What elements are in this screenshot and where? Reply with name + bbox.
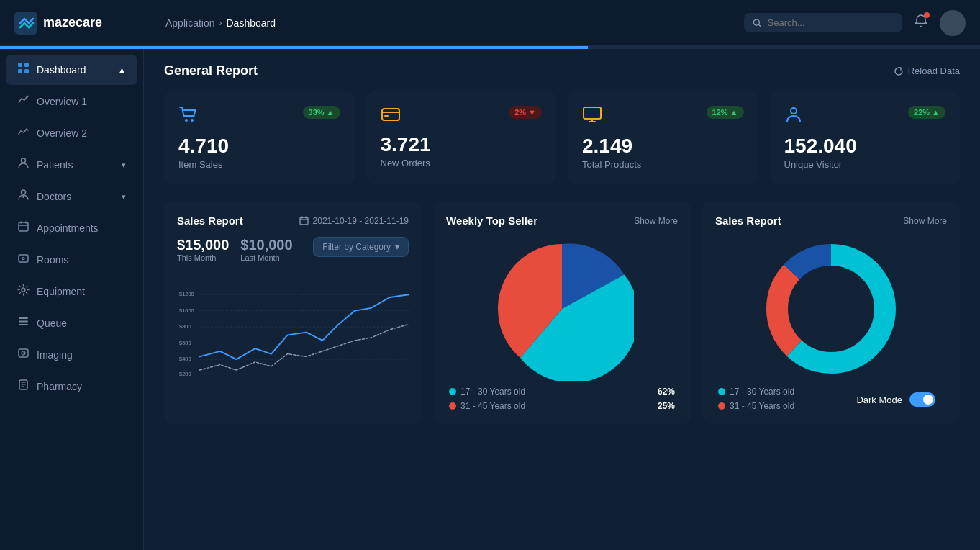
sidebar-item-queue[interactable]: Queue <box>6 308 137 338</box>
legend-dot-red <box>449 402 456 410</box>
doctors-icon <box>17 189 30 204</box>
pie-chart-area: 17 - 30 Years old 62% 31 - 45 Years old … <box>446 237 678 411</box>
last-month-label: Last Month <box>240 253 292 262</box>
toggle-knob <box>923 395 933 405</box>
this-month-value: $15,000 <box>177 237 229 253</box>
sales-report-donut-title: Sales Report <box>715 215 781 227</box>
item-sales-label: Item Sales <box>178 159 340 170</box>
topnav: mazecare Application › Dashboard <box>0 0 980 46</box>
queue-icon <box>17 315 30 331</box>
svg-rect-5 <box>24 69 29 73</box>
svg-rect-17 <box>19 324 28 325</box>
breadcrumb-sep: › <box>219 18 222 28</box>
rooms-icon <box>17 252 30 268</box>
sidebar-item-overview1[interactable]: Overview 1 <box>6 86 137 117</box>
svg-text:$800: $800 <box>179 323 191 330</box>
appointments-icon <box>17 220 30 236</box>
nav-right <box>744 10 966 36</box>
breadcrumb-parent: Application <box>165 17 215 29</box>
unique-visitor-label: Unique Visitor <box>784 159 946 170</box>
svg-text:$200: $200 <box>179 371 191 377</box>
person-icon <box>784 106 803 127</box>
this-month-label: This Month <box>177 253 229 262</box>
sidebar-item-overview2[interactable]: Overview 2 <box>6 118 137 148</box>
svg-point-20 <box>23 353 24 354</box>
item-sales-value: 4.710 <box>178 136 340 156</box>
avatar[interactable] <box>940 10 966 36</box>
unique-visitor-badge: 22% ▲ <box>908 106 945 119</box>
stat-card-item-sales: 33% ▲ 4.710 Item Sales <box>164 91 355 184</box>
svg-rect-25 <box>384 115 389 117</box>
notification-bell-button[interactable] <box>914 14 928 32</box>
sidebar-item-dashboard[interactable]: Dashboard ▲ <box>6 55 137 85</box>
total-products-value: 2.149 <box>582 136 744 156</box>
overview1-icon <box>17 94 30 109</box>
weekly-top-seller-title: Weekly Top Seller <box>446 215 537 227</box>
sidebar-item-doctors[interactable]: Doctors ▾ <box>6 181 137 212</box>
sales-report-header: Sales Report 2021-10-19 - 2021-11-19 <box>177 215 409 227</box>
sidebar-item-overview2-label: Overview 2 <box>37 127 87 139</box>
sidebar-item-equipment-label: Equipment <box>37 286 85 297</box>
sidebar-item-rooms-label: Rooms <box>37 254 68 266</box>
sidebar-item-patients[interactable]: Patients ▾ <box>6 150 137 180</box>
date-range: 2021-10-19 - 2021-11-19 <box>299 216 409 226</box>
total-products-badge: 12% ▲ <box>707 106 744 119</box>
svg-point-23 <box>191 119 194 122</box>
legend-row-2: 31 - 45 Years old 25% <box>449 401 675 411</box>
sidebar-item-pharmacy[interactable]: Pharmacy <box>6 371 137 402</box>
legend-pct-1: 62% <box>658 387 675 397</box>
date-range-text: 2021-10-19 - 2021-11-19 <box>313 216 409 226</box>
sidebar-item-appointments-label: Appointments <box>37 222 99 234</box>
sidebar-item-pharmacy-label: Pharmacy <box>37 381 82 392</box>
sidebar-item-appointments[interactable]: Appointments <box>6 213 137 243</box>
breadcrumb-current: Dashboard <box>227 17 276 29</box>
sales-report-card: Sales Report 2021-10-19 - 2021-11-19 $15… <box>164 202 422 424</box>
donut-legend-label-1: 17 - 30 Years old <box>730 387 794 397</box>
donut-chart-svg <box>759 237 903 381</box>
sidebar-item-equipment[interactable]: Equipment <box>6 276 137 307</box>
svg-rect-24 <box>382 109 399 120</box>
weekly-top-seller-show-more-button[interactable]: Show More <box>634 216 678 226</box>
dark-mode-label: Dark Mode <box>856 395 902 405</box>
svg-rect-28 <box>300 217 308 225</box>
search-box[interactable] <box>744 13 902 32</box>
svg-point-7 <box>22 158 26 163</box>
bottom-grid: Sales Report 2021-10-19 - 2021-11-19 $15… <box>164 202 960 424</box>
dark-mode-toggle[interactable] <box>909 392 935 407</box>
sales-report-title: Sales Report <box>177 215 243 227</box>
reload-data-button[interactable]: Reload Data <box>894 66 960 76</box>
svg-rect-15 <box>19 317 28 319</box>
sidebar: Dashboard ▲ Overview 1 Overview 2 Patien… <box>0 46 144 550</box>
sidebar-item-patients-label: Patients <box>37 159 73 171</box>
svg-text:$400: $400 <box>179 356 191 362</box>
last-month-value: $10,000 <box>240 237 292 253</box>
calendar-icon <box>299 216 309 225</box>
search-icon <box>753 18 762 28</box>
search-input[interactable] <box>768 17 894 28</box>
svg-text:$1200: $1200 <box>179 291 194 297</box>
new-orders-badge: 2% ▼ <box>509 106 542 119</box>
unique-visitor-value: 152.040 <box>784 136 946 156</box>
svg-point-22 <box>185 119 188 122</box>
sidebar-item-overview1-label: Overview 1 <box>37 96 87 107</box>
dashboard-chevron: ▲ <box>118 66 126 74</box>
filter-by-category-button[interactable]: Filter by Category ▾ <box>313 237 409 257</box>
weekly-top-seller-header: Weekly Top Seller Show More <box>446 215 678 227</box>
svg-point-14 <box>22 288 25 292</box>
sidebar-item-doctors-label: Doctors <box>37 191 71 202</box>
svg-rect-16 <box>19 321 28 323</box>
sidebar-item-imaging[interactable]: Imaging <box>6 340 137 370</box>
sales-report-show-more-button[interactable]: Show More <box>903 216 947 226</box>
dark-mode-bar: Dark Mode <box>846 387 945 412</box>
stat-card-new-orders: 2% ▼ 3.721 New Orders <box>366 91 557 184</box>
svg-rect-12 <box>19 255 28 262</box>
top-progress-bar <box>0 46 980 49</box>
sidebar-item-rooms[interactable]: Rooms <box>6 245 137 275</box>
svg-text:$1000: $1000 <box>179 307 194 314</box>
main-content: General Report Reload Data 33% <box>144 46 980 550</box>
new-orders-label: New Orders <box>381 158 543 168</box>
reload-label: Reload Data <box>908 66 960 76</box>
svg-point-8 <box>22 190 26 194</box>
sidebar-item-queue-label: Queue <box>37 317 67 329</box>
logo-text: mazecare <box>43 15 102 30</box>
